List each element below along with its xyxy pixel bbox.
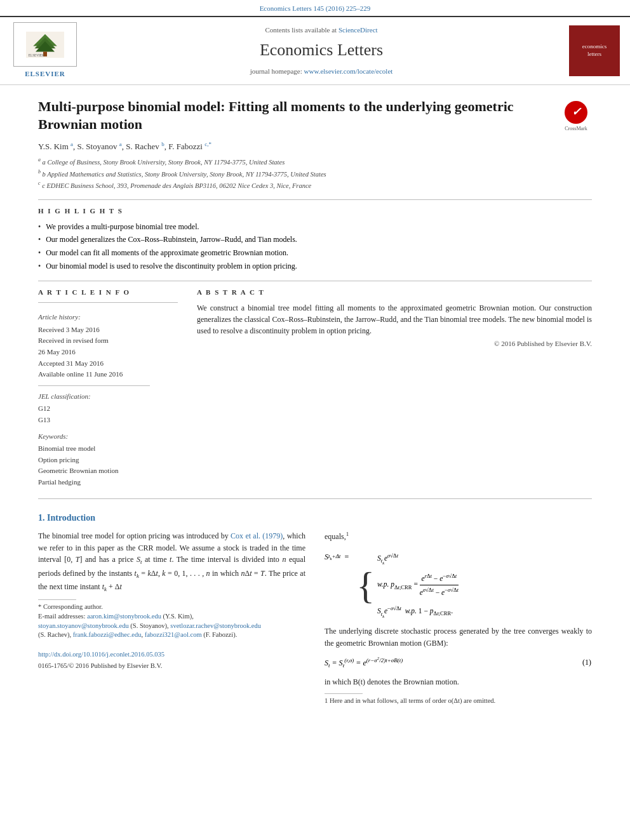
keyword-3: Geometric Brownian motion — [38, 465, 178, 477]
journal-homepage-link[interactable]: www.elsevier.com/locate/ecolet — [304, 67, 393, 75]
highlight-item-2: • Our model generalizes the Cox–Ross–Rub… — [38, 234, 592, 245]
revised-date: 26 May 2016 — [38, 347, 178, 358]
divider-3 — [38, 498, 592, 499]
divider-1 — [38, 199, 592, 200]
gbm-lhs: St = St(r,σ) = e(r−σ2/2)t+σB(t) — [325, 655, 403, 670]
crossmark-badge: ✓ CrossMark — [560, 101, 592, 132]
affil-a: a a College of Business, Stony Brook Uni… — [38, 156, 592, 167]
abstract-col: A B S T R A C T We construct a binomial … — [197, 288, 592, 488]
received-date: Received 3 May 2016 — [38, 324, 178, 336]
article-info-label: A R T I C L E I N F O — [38, 288, 178, 297]
main-content: Multi-purpose binomial model: Fitting al… — [0, 85, 630, 719]
highlight-item-4: • Our binomial model is used to resolve … — [38, 261, 592, 272]
elsevier-wordmark: ELSEVIER — [25, 69, 65, 79]
journal-header-center: Contents lists available at ScienceDirec… — [80, 25, 563, 77]
bm-text: in which B(t) denotes the Brownian motio… — [325, 676, 592, 688]
footnote-emails-3: (S. Rachev), frank.fabozzi@edhec.edu, fa… — [38, 630, 305, 640]
eq-number-1: (1) — [582, 657, 592, 669]
email-stoyanov[interactable]: stoyan.stoyanov@stonybrook.edu — [38, 622, 129, 629]
elsevier-logo-box: ELSEVIER — [13, 22, 77, 67]
jel-label: JEL classification: — [38, 391, 178, 403]
revised-label: Received in revised form — [38, 335, 178, 347]
doi-link[interactable]: http://dx.doi.org/10.1016/j.econlet.2016… — [38, 651, 164, 658]
highlight-item-1: • We provides a multi-purpose binomial t… — [38, 222, 592, 232]
intro-heading: 1. Introduction — [38, 512, 592, 524]
footnote-emails: E-mail addresses: aaron.kim@stonybrook.e… — [38, 612, 305, 622]
keyword-1: Binomial tree model — [38, 443, 178, 455]
accepted-date: Accepted 31 May 2016 — [38, 358, 178, 370]
abstract-label: A B S T R A C T — [197, 288, 592, 297]
eq-case-up: Stkeσ√Δt — [377, 552, 459, 566]
email-fabozzi1[interactable]: frank.fabozzi@edhec.edu — [73, 631, 142, 638]
history-label: Article history: — [38, 312, 178, 323]
highlights-title: H I G H L I G H T S — [38, 206, 592, 216]
jel-g12: G12 — [38, 403, 178, 415]
affil-b: b b Applied Mathematics and Statistics, … — [38, 168, 592, 179]
email-kim[interactable]: aaron.kim@stonybrook.edu — [87, 613, 161, 620]
affil-c: c c EDHEC Business School, 393, Promenad… — [38, 180, 592, 190]
eq-case-down: Stke−σ√Δt w.p. 1 − pΔt;CRR. — [377, 604, 459, 619]
article-title-row: Multi-purpose binomial model: Fitting al… — [38, 98, 592, 134]
intro-section: 1. Introduction The binomial tree model … — [38, 512, 592, 706]
badge-line2: letters — [587, 51, 601, 58]
piecewise-equation: Stk+Δt = { Stkeσ√Δt w.p. pΔt;CRR = erΔt … — [325, 552, 592, 619]
footnote-1: 1 Here and in what follows, all terms of… — [325, 697, 592, 706]
email-fabozzi2[interactable]: fabozzi321@aol.com — [145, 631, 202, 638]
abstract-text: We construct a binomial tree model fitti… — [197, 302, 592, 337]
bullet-2: • — [38, 234, 41, 245]
contents-line: Contents lists available at ScienceDirec… — [93, 25, 550, 35]
gbm-equation-row: St = St(r,σ) = e(r−σ2/2)t+σB(t) (1) — [325, 655, 592, 670]
keyword-4: Partial hedging — [38, 477, 178, 488]
article-title: Multi-purpose binomial model: Fitting al… — [38, 98, 551, 134]
keywords-label: Keywords: — [38, 431, 178, 443]
equals-text: equals,1 — [325, 530, 592, 543]
bullet-1: • — [38, 222, 41, 232]
article-info-table: Article history: Received 3 May 2016 Rec… — [38, 302, 178, 488]
eq-brace: { Stkeσ√Δt w.p. pΔt;CRR = erΔt − e−σ√Δte… — [356, 552, 459, 619]
footnote-divider-right — [325, 693, 363, 694]
svg-text:ELSEVIER: ELSEVIER — [29, 53, 44, 57]
footer-links: http://dx.doi.org/10.1016/j.econlet.2016… — [38, 650, 305, 660]
journal-bar: Economics Letters 145 (2016) 225–229 — [0, 0, 630, 17]
article-info-abstract-row: A R T I C L E I N F O Article history: R… — [38, 288, 592, 488]
sciencedirect-link[interactable]: ScienceDirect — [338, 26, 378, 34]
crossmark-icon: ✓ — [565, 101, 587, 124]
footnote-emails-2: stoyan.stoyanov@stonybrook.edu (S. Stoya… — [38, 622, 305, 631]
highlights-section: H I G H L I G H T S • We provides a mult… — [38, 206, 592, 272]
highlight-item-3: • Our model can fit all moments of the a… — [38, 248, 592, 258]
footnote-divider — [38, 599, 76, 600]
eq-cases: Stkeσ√Δt w.p. pΔt;CRR = erΔt − e−σ√Δteσ√… — [377, 552, 459, 619]
homepage-line: journal homepage: www.elsevier.com/locat… — [93, 67, 550, 76]
bullet-4: • — [38, 261, 41, 272]
badge-line1: economics — [582, 43, 607, 51]
journal-badge-area: economics letters — [563, 25, 620, 76]
elsevier-logo-image: ELSEVIER — [26, 30, 64, 59]
publisher-logo: ELSEVIER ELSEVIER — [10, 22, 80, 79]
eq-lhs: Stk+Δt = — [325, 552, 352, 563]
crossmark-label: CrossMark — [565, 125, 587, 132]
intro-body: The binomial tree model for option prici… — [38, 530, 592, 705]
email-rachev[interactable]: svetlozar.rachev@stonybrook.edu — [170, 622, 261, 629]
journal-header: ELSEVIER ELSEVIER Contents lists availab… — [0, 17, 630, 84]
issn-text: 0165-1765/© 2016 Published by Elsevier B… — [38, 662, 305, 671]
bullet-3: • — [38, 248, 41, 258]
gbm-intro-text: The underlying discrete stochastic proce… — [325, 625, 592, 649]
intro-right: equals,1 Stk+Δt = { Stkeσ√Δt — [325, 530, 592, 705]
journal-bar-text: Economics Letters 145 (2016) 225–229 — [260, 4, 371, 12]
divider-2 — [38, 281, 592, 281]
economics-letters-badge: economics letters — [569, 25, 620, 76]
info-divider — [38, 385, 150, 386]
footnote-star: * Corresponding author. — [38, 603, 305, 612]
affiliations: a a College of Business, Stony Brook Uni… — [38, 156, 592, 190]
available-date: Available online 11 June 2016 — [38, 369, 178, 380]
keyword-2: Option pricing — [38, 455, 178, 466]
eq-case-wp: w.p. pΔt;CRR = erΔt − e−σ√Δteσ√Δt − e−σ√… — [377, 572, 459, 598]
intro-left: The binomial tree model for option prici… — [38, 530, 305, 705]
copyright-text: © 2016 Published by Elsevier B.V. — [197, 339, 592, 349]
authors-line: Y.S. Kim a, S. Stoyanov a, S. Rachev b, … — [38, 140, 592, 153]
article-info-col: A R T I C L E I N F O Article history: R… — [38, 288, 178, 488]
jel-g13: G13 — [38, 415, 178, 426]
cox-reference-link[interactable]: Cox et al. (1979) — [231, 531, 283, 540]
journal-title: Economics Letters — [93, 39, 550, 62]
intro-paragraph: The binomial tree model for option prici… — [38, 530, 305, 594]
